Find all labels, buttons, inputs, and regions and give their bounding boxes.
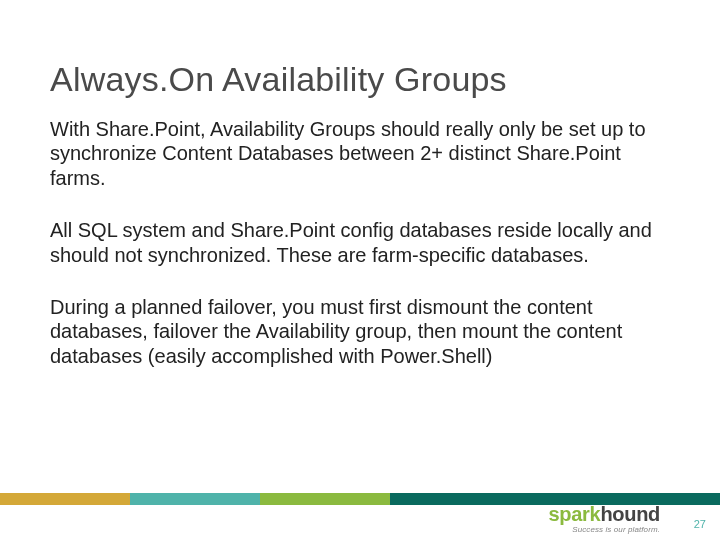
footer-band: sparkhound Success is our platform. 27 — [0, 505, 720, 540]
slide-content: Always.On Availability Groups With Share… — [0, 0, 720, 368]
body-paragraph: During a planned failover, you must firs… — [50, 295, 665, 368]
body-paragraph: With Share.Point, Availability Groups sh… — [50, 117, 665, 190]
logo-word-spark: spark — [549, 503, 601, 525]
logo-wordmark: sparkhound — [549, 504, 660, 524]
logo-tagline: Success is our platform. — [549, 525, 660, 534]
logo-word-hound: hound — [600, 503, 660, 525]
stripe-gold — [0, 493, 130, 505]
slide: Always.On Availability Groups With Share… — [0, 0, 720, 540]
stripe-green — [260, 493, 390, 505]
page-number: 27 — [694, 518, 706, 530]
brand-logo: sparkhound Success is our platform. — [549, 504, 660, 534]
slide-title: Always.On Availability Groups — [50, 60, 672, 99]
stripe-teal — [130, 493, 260, 505]
body-paragraph: All SQL system and Share.Point config da… — [50, 218, 665, 267]
